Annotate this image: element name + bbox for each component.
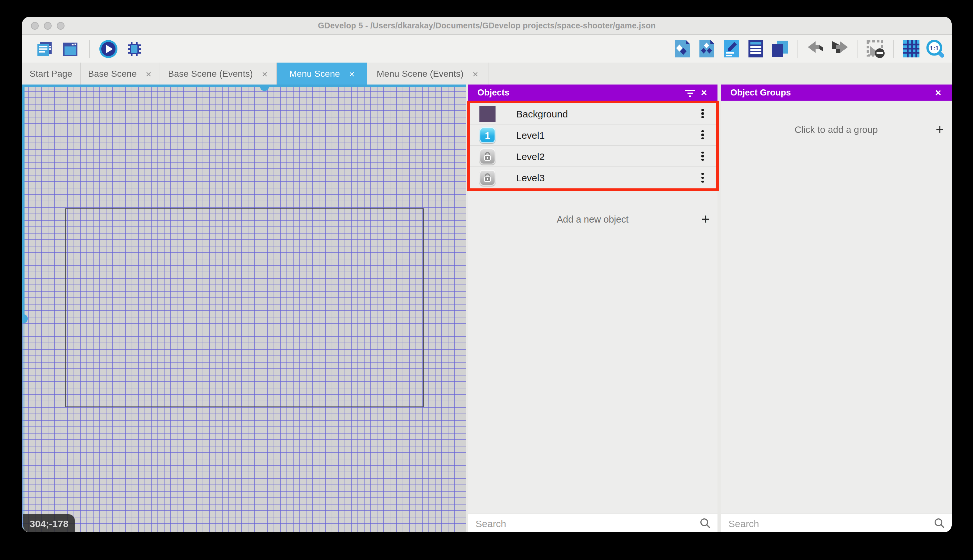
object-row-level2[interactable]: Level2 — [470, 146, 716, 167]
tab-close-icon[interactable]: × — [473, 69, 478, 78]
objects-panel-body: Background 1 Level1 — [468, 101, 718, 532]
tab-close-icon[interactable]: × — [262, 69, 268, 78]
object-menu-icon[interactable] — [698, 151, 707, 161]
object-name: Background — [516, 108, 698, 119]
add-group-label: Click to add a group — [721, 125, 952, 135]
preview-button[interactable] — [99, 39, 118, 58]
minimize-window-button[interactable] — [44, 22, 52, 30]
toolbar-left-group — [22, 39, 144, 58]
objects-search-input[interactable] — [475, 518, 700, 529]
layers-button[interactable] — [770, 39, 790, 58]
tab-menu-scene[interactable]: Menu Scene × — [277, 63, 367, 85]
zoom-window-button[interactable] — [57, 22, 65, 30]
tab-label: Start Page — [30, 68, 72, 79]
object-groups-panel: Object Groups × Click to add a group + — [721, 85, 952, 532]
groups-search-input[interactable] — [728, 518, 934, 529]
object-groups-page-icon — [698, 39, 715, 58]
object-name: Level1 — [516, 129, 698, 140]
canvas-vertical-scrollbar-track[interactable] — [22, 321, 24, 532]
groups-search-bar — [721, 513, 952, 532]
search-icon — [934, 517, 945, 529]
debug-button[interactable] — [125, 39, 144, 58]
object-groups-panel-title: Object Groups — [730, 88, 931, 97]
toolbar-divider — [89, 40, 90, 58]
traffic-lights — [31, 22, 65, 30]
horizontal-scroll-thumb[interactable] — [260, 85, 269, 91]
objects-panel-header: Objects × — [468, 85, 718, 101]
redo-arrow-icon — [831, 40, 849, 57]
debug-bug-icon — [125, 40, 143, 58]
undo-button[interactable] — [806, 39, 825, 58]
scene-window-icon — [61, 40, 79, 58]
editor-content: 304;-178 Objects × — [22, 85, 952, 532]
play-icon — [99, 39, 118, 58]
properties-pencil-icon — [723, 39, 739, 58]
object-row-level1[interactable]: 1 Level1 — [470, 125, 716, 146]
tab-label: Menu Scene — [289, 68, 340, 79]
lock-icon — [483, 151, 491, 161]
undo-arrow-icon — [806, 40, 825, 57]
object-menu-icon[interactable] — [698, 173, 707, 182]
zoom-1-1-icon: 1:1 — [926, 39, 945, 58]
tab-close-icon[interactable]: × — [349, 69, 355, 78]
objects-editor-button[interactable] — [672, 39, 692, 58]
objects-panel-title: Objects — [478, 88, 683, 97]
add-group-row[interactable]: Click to add a group + — [721, 117, 952, 143]
zoom-ratio-label: 1:1 — [930, 45, 939, 51]
redo-button[interactable] — [830, 39, 850, 58]
scene-properties-button[interactable] — [61, 39, 80, 58]
object-page-icon — [674, 39, 690, 58]
editor-tab-bar: Start Page Base Scene × Base Scene (Even… — [22, 63, 952, 85]
main-toolbar: 1:1 — [22, 35, 952, 63]
object-name: Level2 — [516, 151, 698, 162]
vertical-scroll-thumb[interactable] — [22, 314, 28, 323]
locked-button-thumbnail — [480, 170, 495, 186]
close-icon[interactable]: × — [931, 87, 945, 98]
plus-icon[interactable]: + — [936, 123, 944, 137]
scene-canvas[interactable]: 304;-178 — [22, 85, 466, 532]
tab-close-icon[interactable]: × — [146, 69, 152, 78]
window-mask-icon — [866, 39, 885, 58]
project-manager-button[interactable] — [35, 39, 54, 58]
plus-icon[interactable]: + — [701, 212, 710, 227]
screenshot-stage: GDevelop 5 - /Users/dkarakay/Documents/G… — [0, 0, 973, 560]
toggle-grid-button[interactable] — [901, 39, 921, 58]
close-icon[interactable]: × — [697, 87, 711, 98]
toggle-window-mask-button[interactable] — [866, 39, 885, 58]
tab-menu-scene-events[interactable]: Menu Scene (Events) × — [367, 63, 488, 85]
object-row-background[interactable]: Background — [470, 103, 716, 125]
object-groups-editor-button[interactable] — [697, 39, 716, 58]
objects-search-bar — [468, 513, 718, 532]
layers-icon — [771, 39, 789, 58]
window-title: GDevelop 5 - /Users/dkarakay/Documents/G… — [318, 21, 656, 30]
toolbar-divider — [798, 40, 798, 58]
tab-label: Base Scene (Events) — [168, 68, 253, 79]
object-menu-icon[interactable] — [698, 130, 707, 139]
object-name: Level3 — [516, 172, 698, 183]
object-row-level3[interactable]: Level3 — [470, 167, 716, 188]
title-bar: GDevelop 5 - /Users/dkarakay/Documents/G… — [22, 17, 952, 35]
canvas-vertical-scrollbar[interactable] — [22, 85, 24, 321]
tab-label: Menu Scene (Events) — [377, 68, 463, 79]
close-window-button[interactable] — [31, 22, 39, 30]
filter-icon[interactable] — [683, 89, 697, 97]
object-menu-icon[interactable] — [698, 109, 707, 118]
tab-start-page[interactable]: Start Page — [22, 63, 81, 85]
zoom-original-button[interactable]: 1:1 — [926, 39, 945, 58]
objects-panel: Objects × Background — [468, 85, 718, 532]
locked-button-thumbnail — [480, 148, 495, 164]
instances-list-button[interactable] — [746, 39, 765, 58]
canvas-horizontal-scrollbar[interactable] — [22, 85, 466, 87]
tab-base-scene[interactable]: Base Scene × — [81, 63, 159, 85]
properties-button[interactable] — [721, 39, 741, 58]
tab-base-scene-events[interactable]: Base Scene (Events) × — [159, 63, 277, 85]
add-object-row[interactable]: Add a new object + — [468, 208, 718, 230]
level1-badge: 1 — [480, 127, 495, 143]
object-groups-panel-body: Click to add a group + — [721, 101, 952, 532]
instances-list-icon — [748, 39, 764, 58]
scene-window-frame — [65, 208, 424, 407]
toolbar-divider — [893, 40, 894, 58]
lock-icon — [483, 173, 491, 183]
purple-sprite-thumbnail — [480, 105, 495, 122]
project-manager-icon — [35, 40, 53, 58]
